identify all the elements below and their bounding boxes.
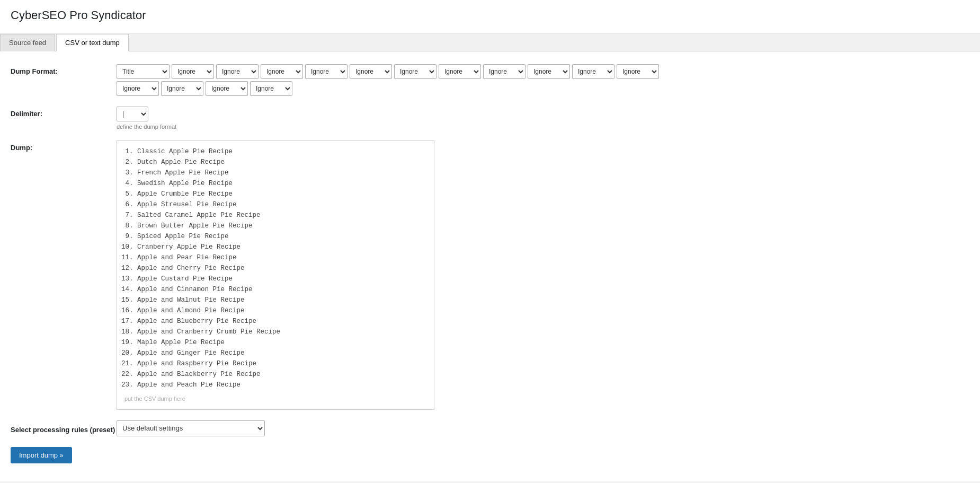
dump-format-select-4[interactable]: IgnoreTitleBody — [305, 64, 348, 79]
dump-list-item: Spiced Apple Pie Recipe — [137, 231, 426, 242]
main-content: Dump Format: Title Ignore Body Excerpt A… — [0, 51, 980, 481]
dump-format-select-7[interactable]: IgnoreTitleBody — [439, 64, 481, 79]
dump-format-select-10[interactable]: IgnoreTitleBody — [572, 64, 614, 79]
dump-list-item: Classic Apple Pie Recipe — [137, 146, 426, 157]
dump-format-row1: Title Ignore Body Excerpt Author Categor… — [117, 64, 969, 79]
delimiter-control: | , ; TAB define the dump format — [117, 107, 969, 130]
dump-list-item: Apple and Peach Pie Recipe — [137, 380, 426, 390]
tab-csv-text-dump[interactable]: CSV or text dump — [56, 34, 129, 51]
dump-format-select-6[interactable]: IgnoreTitleBody — [394, 64, 436, 79]
processing-rules-row: Select processing rules (preset) Use def… — [11, 420, 969, 436]
dump-format-row: Dump Format: Title Ignore Body Excerpt A… — [11, 64, 969, 96]
dump-list-item: Apple and Walnut Pie Recipe — [137, 295, 426, 305]
processing-rules-select[interactable]: Use default settings Custom preset 1 Cus… — [117, 420, 265, 436]
dump-list-item: Maple Apple Pie Recipe — [137, 337, 426, 348]
dump-format-select-13[interactable]: IgnoreTitleBody — [161, 81, 203, 96]
dump-list-item: Apple and Cinnamon Pie Recipe — [137, 284, 426, 295]
dump-format-control: Title Ignore Body Excerpt Author Categor… — [117, 64, 969, 96]
dump-format-select-5[interactable]: IgnoreTitleBody — [350, 64, 392, 79]
dump-placeholder: put the CSV dump here — [124, 394, 426, 404]
delimiter-select[interactable]: | , ; TAB — [117, 107, 148, 121]
dump-list-item: Apple and Cherry Pie Recipe — [137, 263, 426, 274]
page-header: CyberSEO Pro Syndicator — [0, 0, 980, 33]
dump-control: Classic Apple Pie RecipeDutch Apple Pie … — [117, 140, 969, 410]
dump-list-item: Apple and Ginger Pie Recipe — [137, 348, 426, 358]
dump-format-select-15[interactable]: IgnoreTitleBody — [250, 81, 292, 96]
dump-format-row2: IgnoreTitleBody IgnoreTitleBody IgnoreTi… — [117, 81, 969, 96]
dump-list-item: Salted Caramel Apple Pie Recipe — [137, 210, 426, 221]
dump-list: Classic Apple Pie RecipeDutch Apple Pie … — [124, 146, 426, 390]
dump-list-item: Apple and Pear Pie Recipe — [137, 252, 426, 263]
dump-list-item: Apple and Raspberry Pie Recipe — [137, 358, 426, 369]
delimiter-label: Delimiter: — [11, 107, 117, 118]
dump-list-item: Brown Butter Apple Pie Recipe — [137, 221, 426, 231]
dump-area[interactable]: Classic Apple Pie RecipeDutch Apple Pie … — [117, 140, 434, 410]
dump-list-item: Apple Streusel Pie Recipe — [137, 199, 426, 210]
delimiter-hint: define the dump format — [117, 124, 969, 130]
dump-format-select-9[interactable]: IgnoreTitleBody — [528, 64, 570, 79]
dump-row: Dump: Classic Apple Pie RecipeDutch Appl… — [11, 140, 969, 410]
page-title: CyberSEO Pro Syndicator — [11, 8, 969, 22]
dump-list-item: Swedish Apple Pie Recipe — [137, 178, 426, 189]
dump-list-item: Dutch Apple Pie Recipe — [137, 157, 426, 168]
dump-format-select-0[interactable]: Title Ignore Body Excerpt Author Categor… — [117, 64, 170, 79]
import-dump-button[interactable]: Import dump » — [11, 447, 72, 463]
import-row: Import dump » — [11, 447, 969, 463]
dump-list-item: Apple and Cranberry Crumb Pie Recipe — [137, 327, 426, 337]
dump-list-item: Apple and Blackberry Pie Recipe — [137, 369, 426, 380]
dump-list-item: Cranberry Apple Pie Recipe — [137, 242, 426, 252]
dump-list-item: Apple and Almond Pie Recipe — [137, 305, 426, 316]
delimiter-row: Delimiter: | , ; TAB define the dump for… — [11, 107, 969, 130]
dump-list-item: Apple and Blueberry Pie Recipe — [137, 316, 426, 327]
dump-format-select-14[interactable]: IgnoreTitleBody — [206, 81, 248, 96]
dump-format-select-2[interactable]: IgnoreTitleBody — [216, 64, 259, 79]
dump-format-select-12[interactable]: IgnoreTitleBody — [117, 81, 159, 96]
dump-format-select-1[interactable]: IgnoreTitleBody — [172, 64, 214, 79]
dump-format-select-8[interactable]: IgnoreTitleBody — [483, 64, 525, 79]
processing-rules-label: Select processing rules (preset) — [11, 423, 117, 434]
dump-format-label: Dump Format: — [11, 64, 117, 75]
tabs-bar: Source feed CSV or text dump — [0, 33, 980, 51]
dump-list-item: Apple Crumble Pie Recipe — [137, 189, 426, 199]
dump-list-item: Apple Custard Pie Recipe — [137, 274, 426, 284]
tab-source-feed[interactable]: Source feed — [0, 34, 55, 51]
dump-list-item: French Apple Pie Recipe — [137, 168, 426, 178]
dump-format-select-11[interactable]: IgnoreTitleBody — [617, 64, 659, 79]
dump-format-select-3[interactable]: IgnoreTitleBody — [261, 64, 303, 79]
dump-label: Dump: — [11, 140, 117, 152]
